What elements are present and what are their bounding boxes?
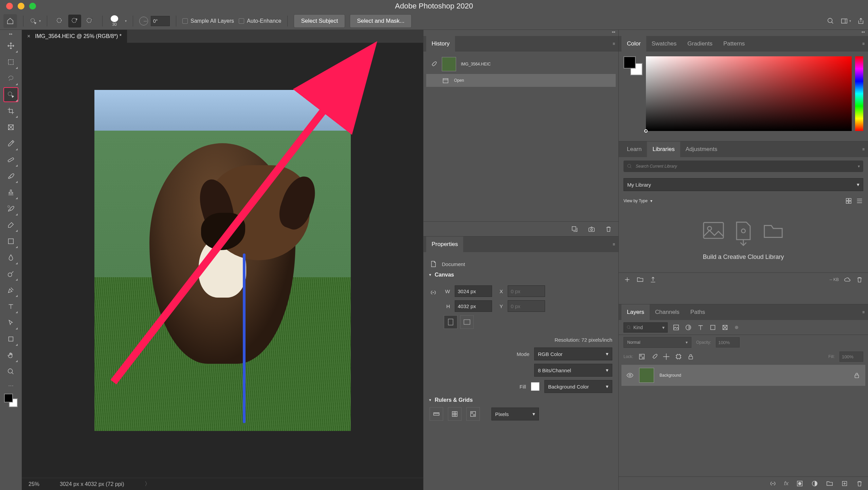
zoom-tool[interactable] [3, 364, 18, 379]
lock-artboard-icon[interactable] [675, 353, 682, 360]
foreground-color-swatch[interactable] [4, 394, 13, 402]
history-panel-tab[interactable]: History [426, 36, 455, 52]
new-selection-button[interactable] [53, 15, 66, 27]
canvas-section-toggle[interactable]: ▸Canvas [430, 272, 612, 278]
healing-brush-tool[interactable] [3, 152, 18, 167]
layer-thumbnail[interactable] [639, 368, 654, 383]
libraries-panel-tab[interactable]: Libraries [647, 142, 680, 157]
adjustments-panel-tab[interactable]: Adjustments [680, 142, 723, 157]
gradient-tool[interactable] [3, 234, 18, 249]
search-icon[interactable] [827, 17, 834, 25]
panel-menu-icon[interactable]: ≡ [862, 41, 865, 46]
panel-menu-icon[interactable]: ≡ [862, 147, 865, 152]
library-search-input[interactable]: Search Current Library ▾ [623, 161, 863, 172]
bit-depth-select[interactable]: 8 Bits/Channel▾ [534, 364, 612, 377]
blur-tool[interactable] [3, 250, 18, 265]
zoom-level[interactable]: 25% [29, 481, 39, 487]
add-content-icon[interactable] [623, 276, 631, 283]
swatches-panel-tab[interactable]: Swatches [646, 36, 682, 52]
new-layer-icon[interactable] [841, 480, 848, 487]
layer-filter-kind[interactable]: Kind▾ [623, 322, 668, 333]
brush-preset-picker[interactable]: 30 [109, 15, 120, 27]
snapshot-icon[interactable] [588, 225, 595, 233]
edit-toolbar-button[interactable]: ⋯ [8, 382, 14, 389]
select-subject-button[interactable]: Select Subject [294, 14, 345, 28]
learn-panel-tab[interactable]: Learn [621, 142, 647, 157]
fill-type-select[interactable]: Background Color▾ [544, 380, 612, 393]
libraries-folder-icon[interactable] [636, 276, 644, 283]
history-document-entry[interactable]: IMG_3564.HEIC [426, 54, 616, 74]
shape-tool[interactable] [3, 332, 18, 346]
upload-icon[interactable] [649, 276, 657, 283]
color-panel-swatches[interactable] [623, 56, 643, 75]
foreground-background-colors[interactable] [3, 393, 18, 408]
marquee-tool[interactable] [3, 55, 18, 70]
frame-tool[interactable] [3, 120, 18, 135]
color-panel-tab[interactable]: Color [621, 36, 646, 52]
panel-menu-icon[interactable]: ≡ [613, 41, 615, 46]
gradients-panel-tab[interactable]: Gradients [682, 36, 718, 52]
view-by-select[interactable]: View by Type▾ [623, 199, 652, 203]
canvas-width-input[interactable] [455, 285, 492, 297]
home-button[interactable] [3, 14, 17, 28]
pen-tool[interactable] [3, 283, 18, 298]
grid-view-icon[interactable] [845, 197, 852, 205]
path-selection-tool[interactable] [3, 315, 18, 330]
lock-all-icon[interactable] [687, 353, 694, 360]
library-select[interactable]: My Library▾ [623, 178, 863, 191]
crop-tool[interactable] [3, 103, 18, 118]
document-tab[interactable]: × IMG_3564.HEIC @ 25% (RGB/8*) * [22, 30, 127, 43]
opacity-input[interactable] [716, 337, 740, 347]
quick-selection-tool[interactable] [3, 87, 18, 102]
filter-shape-icon[interactable] [709, 324, 717, 331]
panel-menu-icon[interactable]: ≡ [613, 242, 615, 247]
grid-toggle[interactable] [448, 407, 462, 421]
hand-tool[interactable] [3, 348, 18, 363]
fill-opacity-input[interactable] [839, 352, 863, 362]
layers-panel-tab[interactable]: Layers [621, 304, 650, 320]
filter-toggle[interactable] [735, 326, 738, 329]
blend-mode-select[interactable]: Normal▾ [623, 337, 691, 348]
panel-menu-icon[interactable]: ≡ [862, 310, 865, 315]
eyedropper-tool[interactable] [3, 136, 18, 151]
visibility-icon[interactable] [626, 372, 634, 379]
collapse-panels-icon[interactable]: ◂◂ [423, 30, 618, 36]
type-tool[interactable] [3, 299, 18, 314]
close-tab-icon[interactable]: × [27, 33, 30, 39]
canvas-height-input[interactable] [455, 300, 492, 312]
layer-group-icon[interactable] [826, 480, 833, 487]
collapse-panels-icon[interactable]: ◂◂ [619, 30, 868, 36]
move-tool[interactable] [3, 38, 18, 53]
adjustment-layer-icon[interactable] [811, 480, 818, 487]
create-document-from-state-icon[interactable] [571, 225, 578, 233]
history-step[interactable]: Open [426, 74, 616, 87]
layer-mask-icon[interactable] [796, 480, 803, 487]
link-dimensions-icon[interactable] [430, 289, 437, 296]
document-canvas[interactable] [94, 90, 351, 431]
paths-panel-tab[interactable]: Paths [685, 304, 710, 320]
subtract-from-selection-button[interactable] [83, 15, 96, 27]
delete-layer-icon[interactable] [856, 480, 863, 487]
lock-position-icon[interactable] [663, 353, 670, 360]
fill-color-swatch[interactable] [531, 382, 540, 391]
canvas-area[interactable] [22, 43, 423, 478]
landscape-orientation-button[interactable] [460, 315, 474, 329]
layer-effects-icon[interactable]: fx [784, 480, 789, 487]
portrait-orientation-button[interactable] [444, 315, 457, 329]
brush-tool[interactable] [3, 169, 18, 184]
window-close-button[interactable] [6, 3, 13, 10]
sample-all-layers-checkbox[interactable]: Sample All Layers [182, 18, 234, 24]
patterns-panel-tab[interactable]: Patterns [718, 36, 750, 52]
brush-angle-dial[interactable] [139, 17, 148, 25]
ruler-units-select[interactable]: Pixels▾ [491, 408, 539, 420]
tool-preset-picker[interactable]: ▾ [30, 17, 41, 25]
layer-lock-icon[interactable] [853, 372, 861, 379]
channels-panel-tab[interactable]: Channels [650, 304, 685, 320]
filter-smartobject-icon[interactable] [721, 324, 729, 331]
eraser-tool[interactable] [3, 218, 18, 232]
filter-type-icon[interactable] [697, 324, 704, 331]
collapse-toolbar-icon[interactable]: ▸▸ [9, 32, 13, 36]
select-and-mask-button[interactable]: Select and Mask... [350, 14, 412, 28]
dodge-tool[interactable] [3, 266, 18, 281]
rulers-toggle[interactable] [430, 407, 443, 421]
